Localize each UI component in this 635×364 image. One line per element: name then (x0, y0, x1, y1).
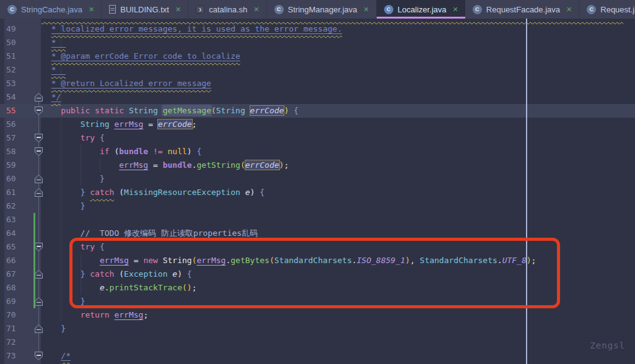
java-class-icon: C (587, 5, 596, 14)
line-number-65: 65 (6, 240, 27, 254)
code-editor[interactable]: 4950515253545556575859606162636465666768… (0, 19, 635, 364)
tab-label: StringManager.java (288, 5, 357, 14)
fold-marker-line-69[interactable] (35, 297, 43, 306)
code-line-52[interactable]: * (42, 63, 66, 77)
tab-close-icon[interactable]: ✕ (175, 6, 181, 13)
fold-marker-line-55[interactable] (35, 106, 43, 115)
tab-stringcache-java[interactable]: CStringCache.java✕ (0, 0, 102, 19)
line-number-52: 52 (6, 63, 27, 77)
shell-script-icon: ❯ (196, 6, 204, 14)
line-number-58: 58 (6, 145, 27, 158)
line-number-50: 50 (6, 36, 27, 50)
line-number-51: 51 (6, 50, 27, 63)
tab-requestfacade-java[interactable]: CRequestFacade.java✕ (465, 0, 579, 19)
tab-close-icon[interactable]: ✕ (566, 6, 572, 13)
line-number-55: 55 (6, 104, 27, 118)
line-number-69: 69 (6, 295, 27, 308)
line-number-68: 68 (6, 281, 27, 295)
tab-label: Localizer.java (398, 5, 447, 14)
line-number-62: 62 (6, 199, 27, 213)
line-number-54: 54 (6, 90, 27, 104)
line-number-59: 59 (6, 158, 27, 172)
fold-marker-line-60[interactable] (35, 175, 43, 183)
line-number-73: 73 (6, 349, 27, 363)
line-number-70: 70 (6, 308, 27, 322)
code-line-70[interactable]: return errMsg; (42, 308, 148, 322)
line-number-72: 72 (6, 336, 27, 349)
tab-close-icon[interactable]: ✕ (453, 6, 458, 13)
line-number-56: 56 (6, 118, 27, 131)
line-number-57: 57 (6, 131, 27, 145)
java-class-icon: C (473, 5, 482, 14)
fold-marker-line-65[interactable] (35, 243, 43, 251)
watermark: Zengsl (590, 340, 625, 350)
fold-marker-line-57[interactable] (35, 134, 43, 142)
tab-close-icon[interactable]: ✕ (253, 6, 259, 13)
tab-localizer-java[interactable]: CLocalizer.java✕ (377, 0, 465, 19)
fold-marker-line-73[interactable] (35, 352, 43, 360)
vcs-added-change-bar (33, 213, 35, 308)
tab-stringmanager-java[interactable]: CStringManager.java✕ (267, 0, 377, 19)
line-number-60: 60 (6, 172, 27, 186)
code-line-55[interactable]: public static String getMessage(String e… (42, 104, 299, 118)
java-class-icon: C (7, 5, 17, 14)
code-line-60[interactable]: } (42, 172, 105, 186)
tab-label: StringCache.java (21, 5, 82, 14)
tab-close-icon[interactable]: ✕ (364, 6, 369, 13)
code-line-51[interactable]: * @param errCode Error code to localize (42, 50, 240, 63)
tab-request-java[interactable]: CRequest.java✕ (579, 0, 635, 19)
java-class-icon: C (384, 5, 393, 14)
code-line-49[interactable]: * localized error messages, it is used a… (42, 22, 342, 36)
code-line-50[interactable]: * (42, 36, 66, 50)
tab-label: Request.java (600, 5, 635, 14)
java-class-icon: C (274, 5, 284, 14)
line-number-61: 61 (6, 186, 27, 199)
code-line-61[interactable]: } catch (MissingResourceException e) { (42, 186, 265, 199)
clipped-line-squiggle: xxxxxxxxxxxxxxxxxxxxxxxxxxxxxxxxxxxxxxxx… (42, 19, 623, 22)
ide-window: CStringCache.java✕BUILDING.txt✕❯catalina… (0, 0, 635, 364)
red-annotation-box (69, 238, 560, 308)
fold-marker-line-54[interactable] (35, 93, 43, 102)
gutter-left-strip (0, 19, 4, 364)
fold-marker-line-67[interactable] (35, 270, 43, 279)
code-line-54[interactable]: */ (42, 90, 61, 104)
code-line-53[interactable]: * @return Localized error message (42, 77, 211, 90)
code-line-71[interactable]: } (42, 322, 66, 336)
tab-close-icon[interactable]: ✕ (89, 6, 94, 13)
code-line-57[interactable]: try { (42, 131, 105, 145)
line-number-49: 49 (6, 22, 27, 36)
line-number-66: 66 (6, 254, 27, 267)
tab-label: RequestFacade.java (486, 5, 560, 14)
line-number-64: 64 (6, 227, 27, 240)
line-number-53: 53 (6, 77, 27, 90)
tab-label: catalina.sh (209, 5, 247, 14)
tab-label: BUILDING.txt (120, 5, 169, 14)
tab-catalina-sh[interactable]: ❯catalina.sh✕ (188, 0, 266, 19)
code-line-58[interactable]: if (bundle != null) { (42, 145, 201, 158)
line-number-63: 63 (6, 213, 27, 227)
code-line-62[interactable]: } (42, 199, 85, 213)
code-line-56[interactable]: String errMsg = errCode; (42, 118, 197, 131)
code-line-73[interactable]: /* (42, 349, 71, 363)
fold-marker-line-71[interactable] (35, 324, 43, 333)
fold-marker-line-61[interactable] (35, 188, 43, 197)
right-margin-guide (526, 19, 527, 364)
line-number-67: 67 (6, 267, 27, 281)
tab-building-txt[interactable]: BUILDING.txt✕ (102, 0, 188, 19)
text-file-icon (109, 5, 116, 14)
line-number-71: 71 (6, 322, 27, 336)
fold-marker-line-58[interactable] (35, 147, 43, 156)
editor-tab-bar: CStringCache.java✕BUILDING.txt✕❯catalina… (0, 0, 635, 19)
code-line-59[interactable]: errMsg = bundle.getString(errCode); (42, 158, 289, 172)
